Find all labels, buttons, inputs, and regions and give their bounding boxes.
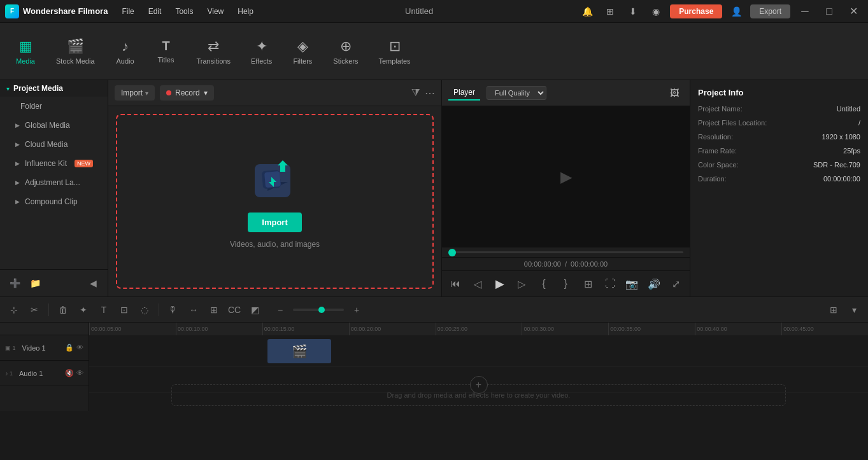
- sidebar-item-cloud-media[interactable]: ▶ Cloud Media: [0, 135, 108, 154]
- close-button[interactable]: ✕: [844, 2, 863, 21]
- toolbar-stickers[interactable]: ⊕ Stickers: [324, 33, 367, 70]
- drag-zone[interactable]: + Drag and drop media and effects here t…: [171, 384, 786, 406]
- record-audio-tool[interactable]: 🎙: [164, 301, 182, 319]
- skip-back-icon[interactable]: ⏮: [448, 275, 463, 293]
- panel-header-label: Project Media: [13, 84, 63, 93]
- sidebar-folder-label: Folder: [20, 102, 42, 111]
- export-button[interactable]: Export: [750, 4, 790, 18]
- motion-tool[interactable]: ↔: [185, 301, 203, 319]
- mark-in-icon[interactable]: {: [537, 275, 551, 293]
- step-fwd-icon[interactable]: ▷: [515, 275, 529, 293]
- player-timeline: [442, 247, 690, 257]
- toolbar-transitions[interactable]: ⇄ Transitions: [188, 33, 239, 70]
- player-tab[interactable]: Player: [448, 85, 480, 101]
- project-media-header[interactable]: ▾ Project Media: [0, 80, 108, 97]
- apps-icon[interactable]: ⊞: [601, 3, 619, 20]
- clip-icon: 🎬: [292, 344, 308, 359]
- sidebar-item-adjustment[interactable]: ▶ Adjustment La...: [0, 173, 108, 192]
- select-tool[interactable]: ⊹: [5, 301, 23, 319]
- stock-media-icon: 🎬: [67, 38, 84, 55]
- import-drop-button[interactable]: Import: [248, 213, 301, 232]
- menu-tools[interactable]: Tools: [169, 4, 199, 18]
- sidebar-item-influence-kit[interactable]: ▶ Influence Kit NEW: [0, 154, 108, 173]
- zoom-handle[interactable]: [318, 307, 325, 313]
- purchase-button[interactable]: Purchase: [670, 4, 722, 18]
- ruler-mark-5: 00:00:25:00: [436, 323, 522, 335]
- video-lock-icon[interactable]: 🔒: [65, 344, 74, 352]
- clip-nav-icon[interactable]: ⊞: [581, 275, 595, 293]
- menu-help[interactable]: Help: [231, 4, 260, 18]
- toolbar-media[interactable]: ▦ Media: [6, 33, 45, 70]
- sidebar-item-compound-clip[interactable]: ▶ Compound Clip: [0, 192, 108, 211]
- toolbar-titles[interactable]: T Titles: [147, 34, 185, 69]
- zoom-minus-icon[interactable]: −: [271, 301, 289, 319]
- zoom-fit-icon[interactable]: ⤢: [669, 275, 683, 293]
- playback-bar[interactable]: [448, 251, 683, 253]
- trim-tool[interactable]: ✂: [25, 301, 43, 319]
- add-media-icon[interactable]: ➕: [6, 275, 23, 291]
- templates-label: Templates: [378, 57, 410, 65]
- zoom-bar[interactable]: [293, 309, 344, 311]
- notifications-icon[interactable]: 🔔: [578, 3, 596, 20]
- toolbar-effects[interactable]: ✦ Effects: [242, 33, 281, 70]
- folder-icon[interactable]: 📁: [27, 275, 43, 291]
- ruler-marks: 00:00:05:00 00:00:10:00 00:00:15:00 00:0…: [89, 323, 868, 335]
- menu-view[interactable]: View: [201, 4, 230, 18]
- toolbar-filters[interactable]: ◈ Filters: [283, 33, 322, 70]
- info-row-files: Project Files Location: /: [698, 119, 860, 127]
- effect-tool[interactable]: ◩: [246, 301, 264, 319]
- filters-icon: ◈: [297, 38, 308, 55]
- more-options-icon[interactable]: ⋯: [425, 87, 435, 99]
- player-image-icon[interactable]: 🖼: [665, 84, 683, 102]
- stickers-icon: ⊕: [340, 38, 352, 55]
- drop-zone[interactable]: Import Videos, audio, and images: [116, 114, 434, 289]
- audio-track-header: ♪ 1 Audio 1 🔇 👁: [0, 361, 89, 386]
- filter-icon[interactable]: ⧩: [411, 87, 420, 99]
- toolbar-templates[interactable]: ⊡ Templates: [369, 33, 419, 70]
- playback-handle[interactable]: [448, 249, 456, 256]
- import-button[interactable]: Import ▾: [115, 85, 155, 101]
- video-eye-icon[interactable]: 👁: [76, 344, 83, 352]
- toolbar-stock-media[interactable]: 🎬 Stock Media: [47, 33, 104, 70]
- audio-mute-icon[interactable]: 🔇: [65, 369, 74, 377]
- crop-tool[interactable]: ⊡: [115, 301, 133, 319]
- avatar-icon[interactable]: 👤: [727, 3, 745, 20]
- quality-select[interactable]: Full Quality: [487, 86, 546, 100]
- step-back-icon[interactable]: ◁: [471, 275, 485, 293]
- toolbar-divider-1: [48, 303, 49, 316]
- text-tool[interactable]: T: [95, 301, 113, 319]
- info-files-label: Project Files Location:: [698, 119, 767, 127]
- fullscreen-icon[interactable]: ⛶: [602, 275, 617, 293]
- menu-file[interactable]: File: [115, 4, 140, 18]
- sidebar-item-global-media[interactable]: ▶ Global Media: [0, 116, 108, 135]
- delete-tool[interactable]: 🗑: [54, 301, 72, 319]
- menu-bar: File Edit Tools View Help: [115, 4, 260, 18]
- camera-icon[interactable]: 📷: [625, 275, 639, 293]
- media-toolbar-right: ⧩ ⋯: [411, 87, 435, 99]
- subtitle-tool[interactable]: CC: [225, 301, 243, 319]
- maximize-button[interactable]: □: [820, 2, 839, 21]
- mask-tool[interactable]: ◌: [136, 301, 153, 319]
- sidebar-item-folder[interactable]: Folder: [0, 97, 108, 116]
- download-icon[interactable]: ⬇: [624, 3, 642, 20]
- menu-edit[interactable]: Edit: [142, 4, 168, 18]
- transitions-label: Transitions: [197, 57, 231, 65]
- toolbar-audio[interactable]: ♪ Audio: [106, 33, 145, 70]
- player-header: Player Full Quality 🖼: [442, 80, 690, 106]
- video-clip[interactable]: 🎬: [267, 339, 331, 363]
- collapse-icon[interactable]: ◀: [85, 275, 101, 291]
- compound-arrow-icon: ▶: [15, 199, 20, 205]
- minimize-button[interactable]: ─: [795, 2, 815, 21]
- collab-tool[interactable]: ⊞: [205, 301, 223, 319]
- grid-settings-icon[interactable]: ▾: [845, 301, 863, 319]
- audio-eye-icon[interactable]: 👁: [76, 369, 83, 377]
- mark-out-icon[interactable]: }: [559, 275, 573, 293]
- community-icon[interactable]: ◉: [647, 3, 665, 20]
- grid-view-icon[interactable]: ⊞: [825, 301, 843, 319]
- volume-icon[interactable]: 🔊: [647, 275, 662, 293]
- record-button[interactable]: Record ▾: [160, 85, 214, 101]
- stock-media-label: Stock Media: [56, 57, 95, 65]
- play-icon[interactable]: ▶: [492, 275, 507, 293]
- cut-tool[interactable]: ✦: [75, 301, 92, 319]
- zoom-plus-icon[interactable]: +: [348, 301, 366, 319]
